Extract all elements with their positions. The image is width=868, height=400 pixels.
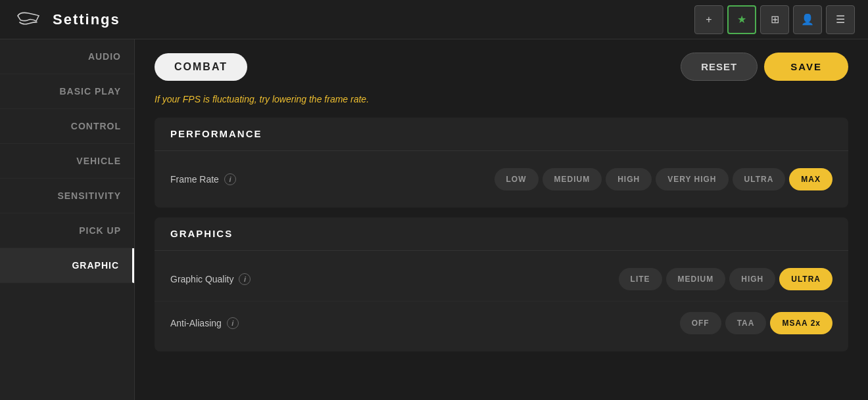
- sidebar-item-pickup[interactable]: PICK UP: [0, 213, 134, 248]
- anti-aliasing-off-btn[interactable]: OFF: [680, 312, 721, 334]
- graphics-title: GRAPHICS: [170, 228, 233, 239]
- plus-icon-button[interactable]: +: [694, 5, 723, 34]
- frame-rate-veryhigh-btn[interactable]: VERY HIGH: [656, 168, 728, 190]
- person-icon-button[interactable]: 👤: [793, 5, 822, 34]
- graphic-quality-ultra-btn[interactable]: ULTRA: [779, 268, 832, 290]
- sidebar-item-sensitivity[interactable]: SENSITIVITY: [0, 179, 134, 213]
- anti-aliasing-msaa-btn[interactable]: MSAA 2x: [770, 312, 832, 334]
- anti-aliasing-row: Anti-Aliasing i OFF TAA MSAA 2x: [155, 301, 848, 345]
- anti-aliasing-info-icon[interactable]: i: [227, 317, 239, 329]
- frame-rate-high-btn[interactable]: HIGH: [606, 168, 652, 190]
- frame-rate-row: Frame Rate i LOW MEDIUM HIGH VERY HIGH U…: [155, 158, 848, 201]
- sidebar-item-graphic[interactable]: GRAPHIC: [0, 248, 134, 283]
- graphics-body: Graphic Quality i LITE MEDIUM HIGH ULTRA…: [155, 251, 848, 351]
- frame-rate-low-btn[interactable]: LOW: [494, 168, 539, 190]
- graphic-quality-info-icon[interactable]: i: [239, 273, 251, 285]
- anti-aliasing-text: Anti-Aliasing: [170, 318, 222, 328]
- grid-icon-button[interactable]: ⊞: [760, 5, 789, 34]
- frame-rate-max-btn[interactable]: MAX: [789, 168, 832, 190]
- performance-body: Frame Rate i LOW MEDIUM HIGH VERY HIGH U…: [155, 151, 848, 208]
- content-topbar: COMBAT RESET SAVE: [155, 53, 848, 81]
- star-icon-button[interactable]: ★: [727, 5, 756, 34]
- reset-button[interactable]: RESET: [681, 53, 758, 81]
- performance-title: PERFORMANCE: [170, 128, 262, 139]
- graphic-quality-medium-btn[interactable]: MEDIUM: [666, 268, 726, 290]
- sidebar-item-basic-play[interactable]: BASIC PLAY: [0, 74, 134, 109]
- anti-aliasing-options: OFF TAA MSAA 2x: [680, 312, 832, 334]
- graphic-quality-high-btn[interactable]: HIGH: [729, 268, 775, 290]
- header: Settings + ★ ⊞ 👤 ☰: [0, 0, 868, 39]
- save-button[interactable]: SAVE: [764, 53, 848, 81]
- graphic-quality-row: Graphic Quality i LITE MEDIUM HIGH ULTRA: [155, 257, 848, 301]
- frame-rate-label: Frame Rate i: [170, 173, 302, 185]
- frame-rate-options: LOW MEDIUM HIGH VERY HIGH ULTRA MAX: [494, 168, 832, 190]
- combat-button[interactable]: COMBAT: [155, 53, 247, 81]
- content-area: COMBAT RESET SAVE If your FPS is fluctua…: [135, 39, 868, 400]
- anti-aliasing-label: Anti-Aliasing i: [170, 317, 302, 329]
- graphic-quality-options: LITE MEDIUM HIGH ULTRA: [619, 268, 832, 290]
- performance-header: PERFORMANCE: [155, 118, 848, 151]
- main-layout: AUDIO BASIC PLAY CONTROL VEHICLE SENSITI…: [0, 39, 868, 400]
- sidebar-item-audio[interactable]: AUDIO: [0, 39, 134, 74]
- header-icon-group: + ★ ⊞ 👤 ☰: [694, 5, 855, 34]
- action-buttons: RESET SAVE: [681, 53, 848, 81]
- anti-aliasing-taa-btn[interactable]: TAA: [725, 312, 767, 334]
- logo: [13, 5, 43, 34]
- sidebar-item-vehicle[interactable]: VEHICLE: [0, 144, 134, 179]
- page-title: Settings: [53, 11, 120, 28]
- graphics-header: GRAPHICS: [155, 217, 848, 251]
- graphic-quality-label: Graphic Quality i: [170, 273, 302, 285]
- performance-section: PERFORMANCE Frame Rate i LOW MEDIUM HIGH…: [155, 118, 848, 208]
- sidebar: AUDIO BASIC PLAY CONTROL VEHICLE SENSITI…: [0, 39, 135, 400]
- frame-rate-text: Frame Rate: [170, 174, 219, 185]
- warning-text: If your FPS is fluctuating, try lowering…: [155, 94, 848, 104]
- frame-rate-info-icon[interactable]: i: [224, 173, 236, 185]
- frame-rate-ultra-btn[interactable]: ULTRA: [733, 168, 786, 190]
- graphic-quality-lite-btn[interactable]: LITE: [619, 268, 662, 290]
- frame-rate-medium-btn[interactable]: MEDIUM: [542, 168, 602, 190]
- graphics-section: GRAPHICS Graphic Quality i LITE MEDIUM H…: [155, 217, 848, 351]
- graphic-quality-text: Graphic Quality: [170, 274, 233, 284]
- menu-icon-button[interactable]: ☰: [826, 5, 855, 34]
- sidebar-item-control[interactable]: CONTROL: [0, 109, 134, 144]
